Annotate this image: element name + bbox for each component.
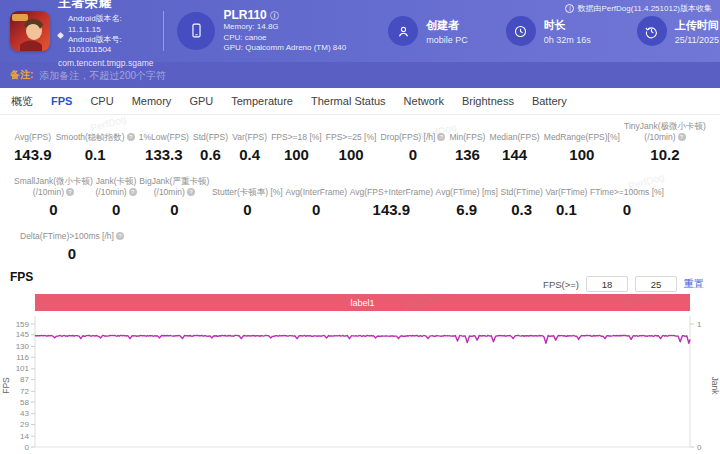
stat-value: 0 xyxy=(381,146,446,163)
app-title: 王者荣耀 xyxy=(58,0,153,12)
stat-value: 0 xyxy=(590,201,664,218)
stat-bigjank: BigJank(严重卡顿)(/10min)0 xyxy=(139,176,209,218)
stat-min-fps: Min(FPS)136 xyxy=(450,132,486,163)
info-icon[interactable] xyxy=(127,133,135,141)
stat-value: 0 xyxy=(212,201,283,218)
stat-value: 136 xyxy=(450,146,486,163)
stat-label: FPS>=25 [%] xyxy=(326,132,377,143)
stats-row-2: SmallJank(微小卡顿)(/10min)0Jank(卡顿)(/10min)… xyxy=(0,176,720,218)
stat-median-fps: Median(FPS)144 xyxy=(490,132,540,163)
device-memory: Memory: 14.8G xyxy=(223,22,346,32)
stat-std-ftime: Std(FTime)0.3 xyxy=(501,187,543,218)
stat-delta-ftime: Delta(FTime)>100ms [/h]0 xyxy=(20,231,124,262)
stat-label: Smooth(稳帧指数) xyxy=(56,132,135,143)
stat-avg-fps: Avg(FPS)143.9 xyxy=(14,132,52,163)
stat-label: SmallJank(微小卡顿)(/10min) xyxy=(14,176,93,198)
stat-label: FPS>=18 [%] xyxy=(271,132,322,143)
tab-temperature[interactable]: Temperature xyxy=(222,88,302,114)
tab-memory[interactable]: Memory xyxy=(123,88,181,114)
stat-jank: Jank(卡顿)(/10min)0 xyxy=(96,176,137,218)
upload-time-label: 上传时间 xyxy=(675,18,720,33)
duration-value: 0h 32m 16s xyxy=(544,35,591,45)
stat-value: 133.3 xyxy=(139,146,189,163)
stat-label: Std(FPS) xyxy=(193,132,228,143)
stat-fps-ge18: FPS>=18 [%]100 xyxy=(271,132,322,163)
stat-value: 0.4 xyxy=(232,146,267,163)
svg-text:14: 14 xyxy=(20,432,29,441)
creator-block: 创建者 mobile PC xyxy=(388,16,468,46)
android-version-name: Android版本名: 11.1.1.15 xyxy=(68,14,153,35)
svg-text:72: 72 xyxy=(20,387,29,396)
info-icon xyxy=(565,4,574,13)
stat-drop-fps: Drop(FPS) [/h]0 xyxy=(381,132,446,163)
fps-threshold-controls: FPS(>=) 重置 xyxy=(543,276,704,292)
history-icon xyxy=(637,16,667,46)
tab-network[interactable]: Network xyxy=(395,88,453,114)
device-info-icon[interactable] xyxy=(270,11,279,20)
threshold-input-2[interactable] xyxy=(635,276,677,292)
info-icon[interactable] xyxy=(187,188,195,196)
chart-header: FPS FPS(>=) 重置 xyxy=(0,270,720,292)
stat-value: 143.9 xyxy=(350,201,433,218)
svg-text:0: 0 xyxy=(25,443,30,452)
svg-text:101: 101 xyxy=(16,365,30,374)
stat-label: Delta(FTime)>100ms [/h] xyxy=(20,231,124,242)
reset-button[interactable]: 重置 xyxy=(684,277,704,291)
stat-label: Avg(FTime) [ms] xyxy=(436,187,498,198)
info-icon[interactable] xyxy=(678,133,686,141)
stats-row-1: Avg(FPS)143.9Smooth(稳帧指数)0.11%Low(FPS)13… xyxy=(0,121,720,163)
info-icon[interactable] xyxy=(116,232,124,240)
stat-var-fps: Var(FPS)0.4 xyxy=(232,132,267,163)
stat-std-fps: Std(FPS)0.6 xyxy=(193,132,228,163)
svg-text:145: 145 xyxy=(16,331,30,340)
collect-info-text: 数据由PerfDog(11.4.251012)版本收集 xyxy=(577,3,712,14)
stat-label: Avg(InterFrame) xyxy=(285,187,347,198)
stat-medrange-fps: MedRange(FPS)[%]100 xyxy=(544,132,620,163)
creator-label: 创建者 xyxy=(426,18,468,33)
y-axis-left: 0142943587287101116130145159FPS xyxy=(1,320,35,452)
info-icon[interactable] xyxy=(129,188,137,196)
tab-fps[interactable]: FPS xyxy=(42,88,81,114)
info-icon[interactable] xyxy=(437,133,445,141)
stat-smalljank: SmallJank(微小卡顿)(/10min)0 xyxy=(14,176,93,218)
device-cpu: CPU: canoe xyxy=(223,33,346,43)
person-icon xyxy=(388,16,418,46)
stat-tinyjank: TinyJank(极微小卡顿)(/10min)10.2 xyxy=(624,121,706,163)
stat-value: 0.1 xyxy=(56,146,135,163)
app-package: com.tencent.tmgp.sgame xyxy=(58,58,153,68)
fps-chart[interactable]: label10142943587287101116130145159FPS01J… xyxy=(0,292,720,454)
stat-value: 6.9 xyxy=(436,201,498,218)
threshold-input-1[interactable] xyxy=(586,276,628,292)
header-divider xyxy=(163,11,164,51)
tab-overview[interactable]: 概览 xyxy=(2,88,42,114)
stat-value: 144 xyxy=(490,146,540,163)
tab-thermal-status[interactable]: Thermal Status xyxy=(302,88,395,114)
stat-low1-fps: 1%Low(FPS)133.3 xyxy=(139,132,189,163)
label-marker: label1 xyxy=(35,294,690,311)
tab-brightness[interactable]: Brightness xyxy=(453,88,523,114)
info-icon[interactable] xyxy=(66,188,74,196)
upload-time-value: 25/11/2025 15:46:10 xyxy=(675,35,720,45)
stat-label: Median(FPS) xyxy=(490,132,540,143)
sparkle-icon xyxy=(57,31,64,38)
stat-fps-ge25: FPS>=25 [%]100 xyxy=(326,132,377,163)
fps-line xyxy=(35,336,690,344)
clock-icon xyxy=(506,16,536,46)
stat-label: FTime>=100ms [%] xyxy=(590,187,664,198)
tab-gpu[interactable]: GPU xyxy=(180,88,222,114)
stat-value: 0 xyxy=(139,201,209,218)
tab-cpu[interactable]: CPU xyxy=(81,88,122,114)
stat-value: 0.6 xyxy=(193,146,228,163)
tab-battery[interactable]: Battery xyxy=(523,88,576,114)
stat-avg-fps-interframe: Avg(FPS+InterFrame)143.9 xyxy=(350,187,433,218)
svg-text:159: 159 xyxy=(16,320,30,329)
note-input[interactable] xyxy=(39,70,710,81)
stat-label: Avg(FPS) xyxy=(14,132,52,143)
creator-value: mobile PC xyxy=(426,35,468,45)
svg-text:130: 130 xyxy=(16,342,30,351)
stat-label: TinyJank(极微小卡顿)(/10min) xyxy=(624,121,706,143)
collect-info: 数据由PerfDog(11.4.251012)版本收集 xyxy=(565,3,712,14)
stat-avg-interframe: Avg(InterFrame)0 xyxy=(285,187,347,218)
svg-text:116: 116 xyxy=(16,353,29,362)
report-header: 王者荣耀 Android版本名: 11.1.1.15 Android版本号: 1… xyxy=(0,0,720,62)
